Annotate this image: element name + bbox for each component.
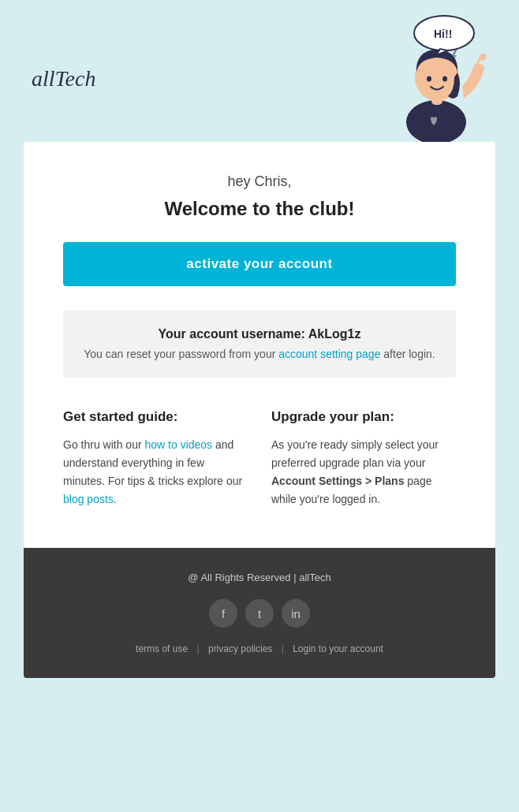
privacy-link[interactable]: privacy policies xyxy=(208,643,272,654)
reset-text-before: You can reset your password from your xyxy=(84,348,278,360)
terms-link[interactable]: terms of use xyxy=(136,643,188,654)
upgrade-text-before: As you're ready simply select your prefe… xyxy=(271,438,439,469)
get-started-text: Go thru with our how to videos and under… xyxy=(63,436,248,508)
get-started-text-end: . xyxy=(114,493,117,505)
svg-point-4 xyxy=(442,76,447,82)
twitter-icon[interactable]: t xyxy=(245,599,274,628)
account-username-label: Your account username: AkLog1z xyxy=(79,327,440,341)
get-started-col: Get started guide: Go thru with our how … xyxy=(63,409,248,508)
account-setting-link[interactable]: account setting page xyxy=(278,348,380,360)
footer-rights-text: @ All Rights Reserved | allTech xyxy=(39,572,480,583)
page-wrapper: allTech xyxy=(0,0,519,678)
welcome-title: Welcome to the club! xyxy=(63,198,456,220)
two-column-section: Get started guide: Go thru with our how … xyxy=(63,409,456,508)
svg-point-3 xyxy=(427,76,431,82)
reset-text-after: after login. xyxy=(380,348,435,360)
sep1: | xyxy=(196,643,199,654)
blog-posts-link[interactable]: blog posts xyxy=(63,493,114,505)
upgrade-text: As you're ready simply select your prefe… xyxy=(271,436,456,508)
login-link[interactable]: Login to your account xyxy=(293,643,383,654)
account-reset-text: You can reset your password from your ac… xyxy=(79,348,440,360)
footer-links-row: terms of use | privacy policies | Login … xyxy=(39,643,480,654)
sep2: | xyxy=(282,643,284,654)
footer: @ All Rights Reserved | allTech f t in t… xyxy=(24,548,495,678)
upgrade-col: Upgrade your plan: As you're ready simpl… xyxy=(271,409,456,508)
social-icons-row: f t in xyxy=(39,599,480,628)
svg-text:Hi!!: Hi!! xyxy=(434,28,452,40)
activate-account-button[interactable]: activate your account xyxy=(63,242,456,286)
header: allTech xyxy=(0,0,519,142)
upgrade-title: Upgrade your plan: xyxy=(271,409,456,425)
how-to-videos-link[interactable]: how to videos xyxy=(145,438,213,451)
get-started-text-before: Go thru with our xyxy=(63,438,145,451)
upgrade-bold-text: Account Settings > Plans xyxy=(271,475,404,487)
greeting-text: hey Chris, xyxy=(63,173,456,190)
illustration: Hi!! xyxy=(369,8,495,142)
account-info-box: Your account username: AkLog1z You can r… xyxy=(63,310,456,378)
logo: allTech xyxy=(32,66,95,91)
main-card: hey Chris, Welcome to the club! activate… xyxy=(24,142,495,548)
get-started-title: Get started guide: xyxy=(63,409,248,425)
linkedin-icon[interactable]: in xyxy=(282,599,310,628)
facebook-icon[interactable]: f xyxy=(209,599,237,628)
